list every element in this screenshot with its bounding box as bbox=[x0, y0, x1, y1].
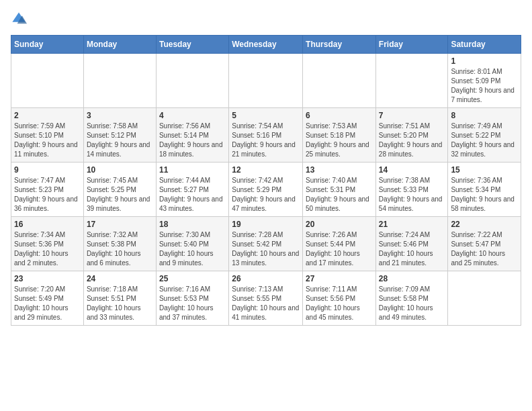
calendar-week-row: 16Sunrise: 7:34 AM Sunset: 5:36 PM Dayli… bbox=[11, 217, 521, 271]
calendar-week-row: 1Sunrise: 8:01 AM Sunset: 5:09 PM Daylig… bbox=[11, 54, 521, 108]
day-number: 15 bbox=[451, 165, 518, 175]
day-number: 21 bbox=[379, 220, 445, 229]
day-info: Sunrise: 7:16 AM Sunset: 5:53 PM Dayligh… bbox=[159, 285, 226, 322]
weekday-header-thursday: Thursday bbox=[303, 36, 376, 54]
calendar-cell bbox=[156, 54, 228, 108]
calendar-cell: 6Sunrise: 7:53 AM Sunset: 5:18 PM Daylig… bbox=[303, 108, 376, 163]
day-info: Sunrise: 7:18 AM Sunset: 5:51 PM Dayligh… bbox=[87, 285, 153, 322]
calendar-cell: 28Sunrise: 7:09 AM Sunset: 5:58 PM Dayli… bbox=[375, 271, 448, 326]
day-info: Sunrise: 7:45 AM Sunset: 5:25 PM Dayligh… bbox=[87, 176, 153, 214]
day-number: 12 bbox=[232, 165, 300, 175]
calendar-cell: 9Sunrise: 7:47 AM Sunset: 5:23 PM Daylig… bbox=[11, 163, 84, 217]
day-info: Sunrise: 7:40 AM Sunset: 5:31 PM Dayligh… bbox=[306, 176, 373, 214]
day-number: 5 bbox=[232, 111, 300, 120]
calendar-cell: 25Sunrise: 7:16 AM Sunset: 5:53 PM Dayli… bbox=[156, 271, 228, 326]
calendar-cell: 14Sunrise: 7:38 AM Sunset: 5:33 PM Dayli… bbox=[375, 163, 448, 217]
calendar-cell: 26Sunrise: 7:13 AM Sunset: 5:55 PM Dayli… bbox=[229, 271, 303, 326]
calendar-cell bbox=[229, 54, 303, 108]
calendar-cell: 16Sunrise: 7:34 AM Sunset: 5:36 PM Dayli… bbox=[11, 217, 84, 271]
calendar-cell: 4Sunrise: 7:56 AM Sunset: 5:14 PM Daylig… bbox=[156, 108, 228, 163]
day-number: 27 bbox=[306, 274, 373, 283]
day-info: Sunrise: 7:32 AM Sunset: 5:38 PM Dayligh… bbox=[87, 230, 153, 268]
day-number: 10 bbox=[87, 165, 153, 175]
calendar-cell bbox=[83, 54, 156, 108]
weekday-header-monday: Monday bbox=[83, 36, 156, 54]
day-info: Sunrise: 7:30 AM Sunset: 5:40 PM Dayligh… bbox=[159, 230, 226, 268]
day-number: 19 bbox=[232, 220, 300, 229]
calendar-cell: 21Sunrise: 7:24 AM Sunset: 5:46 PM Dayli… bbox=[375, 217, 448, 271]
calendar-cell: 18Sunrise: 7:30 AM Sunset: 5:40 PM Dayli… bbox=[156, 217, 228, 271]
day-number: 20 bbox=[306, 220, 373, 229]
calendar-cell: 1Sunrise: 8:01 AM Sunset: 5:09 PM Daylig… bbox=[448, 54, 521, 108]
day-number: 14 bbox=[379, 165, 445, 175]
day-number: 3 bbox=[87, 111, 153, 120]
weekday-header-saturday: Saturday bbox=[448, 36, 521, 54]
calendar-cell: 3Sunrise: 7:58 AM Sunset: 5:12 PM Daylig… bbox=[83, 108, 156, 163]
day-info: Sunrise: 7:24 AM Sunset: 5:46 PM Dayligh… bbox=[379, 230, 445, 268]
calendar-week-row: 2Sunrise: 7:59 AM Sunset: 5:10 PM Daylig… bbox=[11, 108, 521, 163]
weekday-header-tuesday: Tuesday bbox=[156, 36, 228, 54]
day-info: Sunrise: 8:01 AM Sunset: 5:09 PM Dayligh… bbox=[451, 67, 518, 105]
calendar-cell: 5Sunrise: 7:54 AM Sunset: 5:16 PM Daylig… bbox=[229, 108, 303, 163]
calendar-cell: 23Sunrise: 7:20 AM Sunset: 5:49 PM Dayli… bbox=[11, 271, 84, 326]
day-number: 26 bbox=[232, 274, 300, 283]
calendar-cell bbox=[448, 271, 521, 326]
calendar-week-row: 23Sunrise: 7:20 AM Sunset: 5:49 PM Dayli… bbox=[11, 271, 521, 326]
day-number: 6 bbox=[306, 111, 373, 120]
day-number: 25 bbox=[159, 274, 226, 283]
calendar-cell bbox=[375, 54, 448, 108]
calendar-cell bbox=[11, 54, 84, 108]
calendar-cell: 19Sunrise: 7:28 AM Sunset: 5:42 PM Dayli… bbox=[229, 217, 303, 271]
day-info: Sunrise: 7:44 AM Sunset: 5:27 PM Dayligh… bbox=[159, 176, 226, 214]
day-info: Sunrise: 7:59 AM Sunset: 5:10 PM Dayligh… bbox=[14, 122, 81, 159]
day-number: 23 bbox=[14, 274, 81, 283]
day-info: Sunrise: 7:36 AM Sunset: 5:34 PM Dayligh… bbox=[451, 176, 518, 214]
calendar-cell bbox=[303, 54, 376, 108]
calendar-cell: 20Sunrise: 7:26 AM Sunset: 5:44 PM Dayli… bbox=[303, 217, 376, 271]
calendar-cell: 15Sunrise: 7:36 AM Sunset: 5:34 PM Dayli… bbox=[448, 163, 521, 217]
day-info: Sunrise: 7:20 AM Sunset: 5:49 PM Dayligh… bbox=[14, 285, 81, 322]
day-number: 13 bbox=[306, 165, 373, 175]
calendar-header-row: SundayMondayTuesdayWednesdayThursdayFrid… bbox=[11, 36, 521, 54]
calendar-cell: 11Sunrise: 7:44 AM Sunset: 5:27 PM Dayli… bbox=[156, 163, 228, 217]
weekday-header-sunday: Sunday bbox=[11, 36, 84, 54]
day-info: Sunrise: 7:54 AM Sunset: 5:16 PM Dayligh… bbox=[232, 122, 300, 159]
day-info: Sunrise: 7:58 AM Sunset: 5:12 PM Dayligh… bbox=[87, 122, 153, 159]
logo-icon bbox=[11, 11, 27, 27]
day-info: Sunrise: 7:49 AM Sunset: 5:22 PM Dayligh… bbox=[451, 122, 518, 159]
day-info: Sunrise: 7:56 AM Sunset: 5:14 PM Dayligh… bbox=[159, 122, 226, 159]
day-number: 17 bbox=[87, 220, 153, 229]
day-number: 22 bbox=[451, 220, 518, 229]
calendar-cell: 10Sunrise: 7:45 AM Sunset: 5:25 PM Dayli… bbox=[83, 163, 156, 217]
calendar-cell: 24Sunrise: 7:18 AM Sunset: 5:51 PM Dayli… bbox=[83, 271, 156, 326]
day-number: 24 bbox=[87, 274, 153, 283]
calendar-cell: 7Sunrise: 7:51 AM Sunset: 5:20 PM Daylig… bbox=[375, 108, 448, 163]
day-number: 28 bbox=[379, 274, 445, 283]
calendar-cell: 22Sunrise: 7:22 AM Sunset: 5:47 PM Dayli… bbox=[448, 217, 521, 271]
day-number: 9 bbox=[14, 165, 81, 175]
day-number: 18 bbox=[159, 220, 226, 229]
page-header bbox=[11, 11, 521, 27]
day-number: 1 bbox=[451, 56, 518, 66]
calendar-cell: 13Sunrise: 7:40 AM Sunset: 5:31 PM Dayli… bbox=[303, 163, 376, 217]
day-info: Sunrise: 7:09 AM Sunset: 5:58 PM Dayligh… bbox=[379, 285, 445, 322]
day-info: Sunrise: 7:38 AM Sunset: 5:33 PM Dayligh… bbox=[379, 176, 445, 214]
day-info: Sunrise: 7:42 AM Sunset: 5:29 PM Dayligh… bbox=[232, 176, 300, 214]
day-info: Sunrise: 7:11 AM Sunset: 5:56 PM Dayligh… bbox=[306, 285, 373, 322]
weekday-header-friday: Friday bbox=[375, 36, 448, 54]
calendar-table: SundayMondayTuesdayWednesdayThursdayFrid… bbox=[11, 35, 521, 326]
day-info: Sunrise: 7:34 AM Sunset: 5:36 PM Dayligh… bbox=[14, 230, 81, 268]
day-info: Sunrise: 7:26 AM Sunset: 5:44 PM Dayligh… bbox=[306, 230, 373, 268]
day-info: Sunrise: 7:13 AM Sunset: 5:55 PM Dayligh… bbox=[232, 285, 300, 322]
day-number: 11 bbox=[159, 165, 226, 175]
day-info: Sunrise: 7:47 AM Sunset: 5:23 PM Dayligh… bbox=[14, 176, 81, 214]
calendar-cell: 12Sunrise: 7:42 AM Sunset: 5:29 PM Dayli… bbox=[229, 163, 303, 217]
day-info: Sunrise: 7:22 AM Sunset: 5:47 PM Dayligh… bbox=[451, 230, 518, 268]
day-number: 2 bbox=[14, 111, 81, 120]
day-number: 8 bbox=[451, 111, 518, 120]
calendar-cell: 27Sunrise: 7:11 AM Sunset: 5:56 PM Dayli… bbox=[303, 271, 376, 326]
weekday-header-wednesday: Wednesday bbox=[229, 36, 303, 54]
day-info: Sunrise: 7:53 AM Sunset: 5:18 PM Dayligh… bbox=[306, 122, 373, 159]
logo bbox=[11, 11, 30, 27]
day-info: Sunrise: 7:51 AM Sunset: 5:20 PM Dayligh… bbox=[379, 122, 445, 159]
